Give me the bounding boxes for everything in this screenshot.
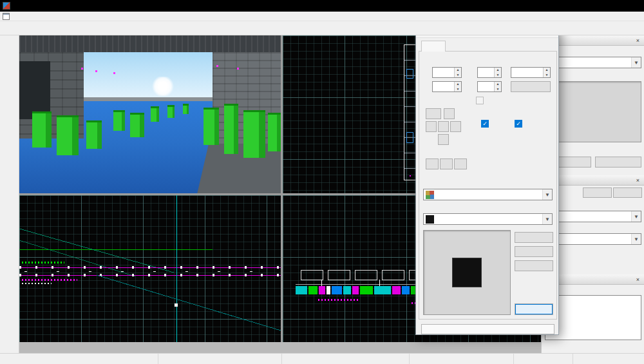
magenta-entity-dot <box>216 65 218 67</box>
justify-left-button[interactable] <box>426 121 437 132</box>
chevron-down-icon: ▼ <box>542 214 552 224</box>
side-view-wireframe <box>19 195 281 342</box>
chevron-down-icon: ▼ <box>631 211 641 222</box>
reset-button[interactable] <box>511 81 551 92</box>
status-selection <box>281 354 409 364</box>
green-pillar <box>130 113 144 137</box>
align-world-checkbox[interactable]: ✓ <box>481 120 491 128</box>
white-sprite <box>152 77 174 96</box>
rotate-60-button[interactable] <box>440 158 453 169</box>
spinner-arrows[interactable]: ▲▼ <box>494 68 501 77</box>
checkbox-icon: ✓ <box>481 120 489 128</box>
green-pillar <box>151 106 159 122</box>
shift-y-value <box>478 82 494 91</box>
shift-x-spinner[interactable]: ▲▼ <box>477 67 502 78</box>
spinner-arrows[interactable]: ▲▼ <box>454 82 461 91</box>
shift-x-value <box>478 68 494 77</box>
visgroup-list[interactable] <box>545 295 641 340</box>
textures-panel-close-icon[interactable]: × <box>634 37 642 44</box>
green-pillar <box>224 104 238 154</box>
chevron-down-icon: ▼ <box>542 189 552 200</box>
status-snap <box>573 354 644 364</box>
magenta-entity-dot <box>81 68 83 70</box>
viewport-side[interactable] <box>19 195 281 342</box>
justify-right-button[interactable] <box>450 121 461 132</box>
menu-bar <box>0 12 644 21</box>
status-bar <box>0 353 644 364</box>
replace-button[interactable] <box>515 246 553 257</box>
current-texture-combo[interactable]: ▼ <box>423 213 553 225</box>
categories-combo[interactable]: ▼ <box>545 211 641 222</box>
mdi-client-strip <box>19 342 541 353</box>
camera-ceiling <box>19 35 281 52</box>
status-coordinates <box>409 354 513 364</box>
mdi-document-icon <box>3 13 10 20</box>
objects-combo[interactable]: ▼ <box>545 233 641 245</box>
browse-button[interactable] <box>515 232 553 243</box>
green-pillar <box>32 111 52 148</box>
green-pillar <box>183 104 189 114</box>
checkbox-icon: ✓ <box>515 120 522 128</box>
align-face-checkbox[interactable]: ✓ <box>515 120 524 128</box>
hide-mask-button[interactable] <box>515 303 553 315</box>
justify-center-button[interactable] <box>438 121 449 132</box>
magenta-entity-dot <box>113 72 115 74</box>
magenta-entity-dot <box>237 68 239 70</box>
apply-button[interactable] <box>515 260 553 271</box>
clip-texture-sample <box>452 258 482 287</box>
texture-group-combo[interactable]: ▼ <box>545 57 641 68</box>
scale-x-value <box>433 68 454 77</box>
justify-fit-button[interactable] <box>426 108 441 119</box>
justify-bottom-button[interactable] <box>438 134 449 145</box>
magenta-entity-dot <box>95 70 97 72</box>
app-icon <box>3 2 10 10</box>
spinner-arrows[interactable]: ▲▼ <box>454 68 461 77</box>
checkbox-icon: ✓ <box>476 97 484 104</box>
camera-left-wall-opening <box>19 61 50 119</box>
rotation-value <box>511 68 543 77</box>
green-pillar <box>86 120 102 149</box>
face-tab-pane: ▲▼ ▲▼ ▲▼ ▲▼ ▲▼ ✓ <box>419 51 557 320</box>
status-help <box>0 354 158 364</box>
rotate-45-button[interactable] <box>426 158 439 169</box>
panel-replace-button[interactable] <box>595 157 641 168</box>
clip-texture-icon <box>426 215 434 224</box>
scale-y-spinner[interactable]: ▲▼ <box>432 81 462 92</box>
tab-face[interactable] <box>421 41 446 52</box>
status-game-config <box>158 354 281 364</box>
scale-x-spinner[interactable]: ▲▼ <box>432 67 462 78</box>
surface-properties-dialog: × ▲▼ ▲▼ ▲▼ ▲▼ ▲▼ <box>415 26 559 335</box>
mode-bar <box>421 324 554 334</box>
viewport-camera[interactable] <box>19 35 281 193</box>
chevron-down-icon: ▼ <box>631 234 641 244</box>
green-pillar <box>113 110 125 131</box>
green-pillar <box>167 105 175 118</box>
chevron-down-icon: ▼ <box>631 57 641 68</box>
objects-panel-close-icon[interactable]: × <box>634 177 642 184</box>
treat-as-one-checkbox[interactable]: ✓ <box>476 97 486 104</box>
green-pillar <box>268 113 281 151</box>
texture-group-combo[interactable]: ▼ <box>423 189 553 200</box>
scale-y-value <box>433 82 454 91</box>
title-bar <box>0 0 644 12</box>
justify-top-button[interactable] <box>444 108 455 119</box>
vertical-splitter[interactable] <box>281 35 283 342</box>
toolbar <box>0 21 644 35</box>
texture-preview-area <box>545 81 641 142</box>
to-world-button[interactable] <box>583 187 612 198</box>
spinner-arrows[interactable]: ▲▼ <box>494 82 501 91</box>
status-zoom <box>513 354 573 364</box>
to-entity-button[interactable] <box>613 187 642 198</box>
rotation-spinner[interactable]: ▲▼ <box>511 67 551 78</box>
all-textures-icon <box>426 191 434 199</box>
spinner-arrows[interactable]: ▲▼ <box>543 68 550 77</box>
shift-y-spinner[interactable]: ▲▼ <box>477 81 502 92</box>
visgroup-panel-close-icon[interactable]: × <box>634 276 642 283</box>
green-pillar <box>243 110 265 158</box>
green-pillar <box>204 108 219 145</box>
texture-preview[interactable] <box>423 230 511 315</box>
green-pillar <box>57 115 79 155</box>
tool-palette <box>0 35 19 353</box>
rotate-90-button[interactable] <box>454 158 467 169</box>
